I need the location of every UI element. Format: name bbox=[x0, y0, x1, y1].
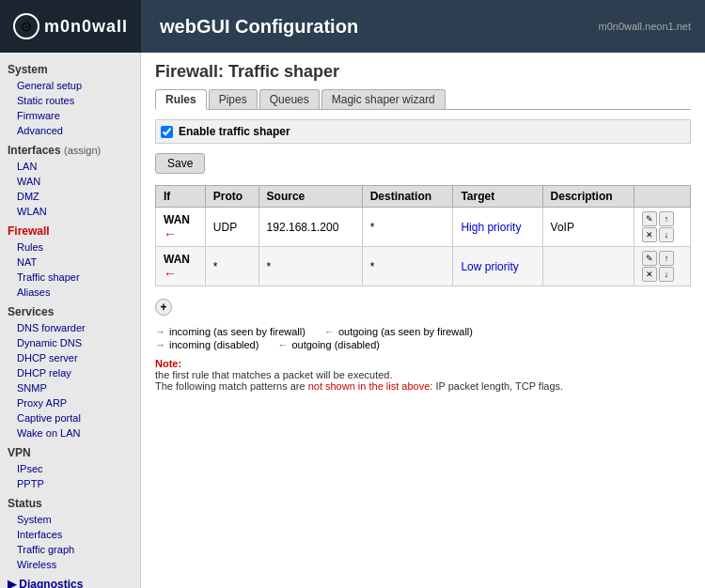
arrow-incoming-icon: → bbox=[155, 326, 165, 337]
tab-queues[interactable]: Queues bbox=[259, 89, 320, 109]
col-header-proto: Proto bbox=[205, 186, 258, 208]
sidebar-item-snmp[interactable]: SNMP bbox=[0, 380, 140, 395]
sidebar-item-traffic-shaper[interactable]: Traffic shaper bbox=[0, 270, 140, 285]
row2-destination: * bbox=[362, 247, 453, 286]
row1-down-btn[interactable]: ↓ bbox=[659, 227, 674, 242]
col-header-description: Description bbox=[542, 186, 634, 208]
sidebar-item-wake-on-lan[interactable]: Wake on LAN bbox=[0, 426, 140, 441]
legend-outgoing-disabled: ← outgoing (disabled) bbox=[277, 339, 380, 350]
row1-up-btn[interactable]: ↑ bbox=[659, 211, 674, 226]
sidebar-item-aliases[interactable]: Aliases bbox=[0, 285, 140, 300]
diagnostics-arrow-icon: ▶ bbox=[8, 578, 19, 588]
table-row: WAN ← * * * Low priority ✎ bbox=[156, 247, 691, 286]
sidebar-section-firewall: Firewall bbox=[0, 219, 140, 240]
table-row: WAN ← UDP 192.168.1.200 * High priority … bbox=[156, 208, 691, 247]
sidebar-item-captive-portal[interactable]: Captive portal bbox=[0, 410, 140, 426]
arrow-outgoing-icon: ← bbox=[324, 326, 335, 337]
tab-pipes[interactable]: Pipes bbox=[209, 89, 258, 109]
legend: → incoming (as seen by firewall) ← outgo… bbox=[155, 326, 691, 350]
row1-delete-btn[interactable]: ✕ bbox=[642, 227, 657, 242]
sidebar-item-lan[interactable]: LAN bbox=[0, 159, 140, 174]
note-line1: the first rule that matches a packet wil… bbox=[155, 369, 393, 380]
sidebar-item-dns-forwarder[interactable]: DNS forwarder bbox=[0, 320, 140, 335]
tabs-bar: Rules Pipes Queues Magic shaper wizard bbox=[155, 89, 691, 110]
header-hostname: m0n0wall.neon1.net bbox=[599, 21, 705, 32]
sidebar-item-rules[interactable]: Rules bbox=[0, 240, 140, 255]
logo-icon: ⊙ bbox=[13, 13, 39, 39]
header-title: webGUI Configuration bbox=[141, 16, 599, 38]
sidebar-section-status: Status bbox=[0, 491, 140, 512]
sidebar-item-wan[interactable]: WAN bbox=[0, 174, 140, 189]
logo-area: ⊙ m0n0wall bbox=[0, 0, 141, 53]
sidebar-item-dhcp-server[interactable]: DHCP server bbox=[0, 350, 140, 365]
sidebar-item-firmware[interactable]: Firmware bbox=[0, 108, 140, 123]
row2-up-btn[interactable]: ↑ bbox=[659, 251, 674, 266]
row1-description: VoIP bbox=[542, 208, 634, 247]
row1-target: High priority bbox=[453, 208, 542, 247]
legend-incoming-label: incoming (as seen by firewall) bbox=[169, 326, 306, 337]
sidebar-item-general-setup[interactable]: General setup bbox=[0, 78, 140, 93]
row2-down-btn[interactable]: ↓ bbox=[659, 267, 674, 282]
add-rule-button[interactable]: + bbox=[155, 299, 172, 316]
note-line2-after: : IP packet length, TCP flags. bbox=[430, 380, 563, 392]
row1-if: WAN ← bbox=[156, 208, 206, 247]
sidebar-item-dmz[interactable]: DMZ bbox=[0, 189, 140, 204]
sidebar: System General setup Static routes Firmw… bbox=[0, 53, 141, 588]
enable-traffic-shaper-label: Enable traffic shaper bbox=[179, 125, 290, 138]
arrow-outgoing-disabled-icon: ← bbox=[277, 339, 288, 350]
row2-edit-btn[interactable]: ✎ bbox=[642, 251, 657, 266]
sidebar-section-vpn: VPN bbox=[0, 441, 140, 461]
row1-actions: ✎ ↑ ✕ ↓ bbox=[634, 208, 691, 247]
sidebar-section-interfaces: Interfaces (assign) bbox=[0, 138, 140, 159]
row1-destination: * bbox=[362, 208, 453, 247]
row2-description bbox=[542, 247, 634, 286]
legend-outgoing-disabled-label: outgoing (disabled) bbox=[291, 339, 380, 350]
sidebar-item-interfaces-status[interactable]: Interfaces bbox=[0, 527, 140, 542]
col-header-actions bbox=[634, 186, 691, 208]
legend-outgoing-label: outgoing (as seen by firewall) bbox=[338, 326, 473, 337]
sidebar-item-pptp[interactable]: PPTP bbox=[0, 476, 140, 491]
row1-source: 192.168.1.200 bbox=[258, 208, 362, 247]
sidebar-item-nat[interactable]: NAT bbox=[0, 255, 140, 270]
sidebar-item-ipsec[interactable]: IPsec bbox=[0, 461, 140, 476]
col-header-target: Target bbox=[453, 186, 542, 208]
save-button[interactable]: Save bbox=[155, 153, 205, 174]
legend-outgoing: ← outgoing (as seen by firewall) bbox=[324, 326, 473, 337]
layout: System General setup Static routes Firmw… bbox=[0, 53, 705, 588]
row2-target: Low priority bbox=[453, 247, 542, 286]
add-rule-row: + bbox=[155, 296, 691, 318]
row1-edit-btn[interactable]: ✎ bbox=[642, 211, 657, 226]
legend-incoming-disabled-label: incoming (disabled) bbox=[169, 339, 258, 350]
page-title: Firewall: Traffic shaper bbox=[155, 62, 691, 82]
sidebar-section-diagnostics[interactable]: ▶ Diagnostics bbox=[0, 572, 140, 588]
legend-incoming-disabled: → incoming (disabled) bbox=[155, 339, 258, 350]
tab-magic-shaper-wizard[interactable]: Magic shaper wizard bbox=[321, 89, 446, 109]
sidebar-section-system: System bbox=[0, 57, 140, 78]
main-content: Firewall: Traffic shaper Rules Pipes Que… bbox=[141, 53, 705, 588]
note-label: Note: bbox=[155, 358, 181, 369]
legend-incoming: → incoming (as seen by firewall) bbox=[155, 326, 306, 337]
row1-proto: UDP bbox=[205, 208, 258, 247]
sidebar-item-static-routes[interactable]: Static routes bbox=[0, 93, 140, 108]
sidebar-item-wlan[interactable]: WLAN bbox=[0, 204, 140, 219]
note-line2-before: The following match patterns are bbox=[155, 380, 308, 392]
sidebar-item-advanced[interactable]: Advanced bbox=[0, 123, 140, 138]
tab-rules[interactable]: Rules bbox=[155, 89, 207, 110]
row2-delete-btn[interactable]: ✕ bbox=[642, 267, 657, 282]
sidebar-item-dhcp-relay[interactable]: DHCP relay bbox=[0, 365, 140, 380]
logo-text: m0n0wall bbox=[44, 17, 128, 37]
sidebar-item-traffic-graph[interactable]: Traffic graph bbox=[0, 542, 140, 557]
row2-actions: ✎ ↑ ✕ ↓ bbox=[634, 247, 691, 286]
sidebar-item-dynamic-dns[interactable]: Dynamic DNS bbox=[0, 335, 140, 350]
sidebar-item-system-status[interactable]: System bbox=[0, 512, 140, 527]
row2-if: WAN ← bbox=[156, 247, 206, 286]
sidebar-section-services: Services bbox=[0, 300, 140, 320]
sidebar-item-proxy-arp[interactable]: Proxy ARP bbox=[0, 395, 140, 410]
row2-source: * bbox=[258, 247, 362, 286]
col-header-if: If bbox=[156, 186, 206, 208]
enable-traffic-shaper-checkbox[interactable] bbox=[161, 126, 173, 138]
col-header-destination: Destination bbox=[362, 186, 453, 208]
row2-proto: * bbox=[205, 247, 258, 286]
sidebar-item-wireless[interactable]: Wireless bbox=[0, 557, 140, 572]
enable-traffic-shaper-area: Enable traffic shaper bbox=[155, 119, 691, 144]
